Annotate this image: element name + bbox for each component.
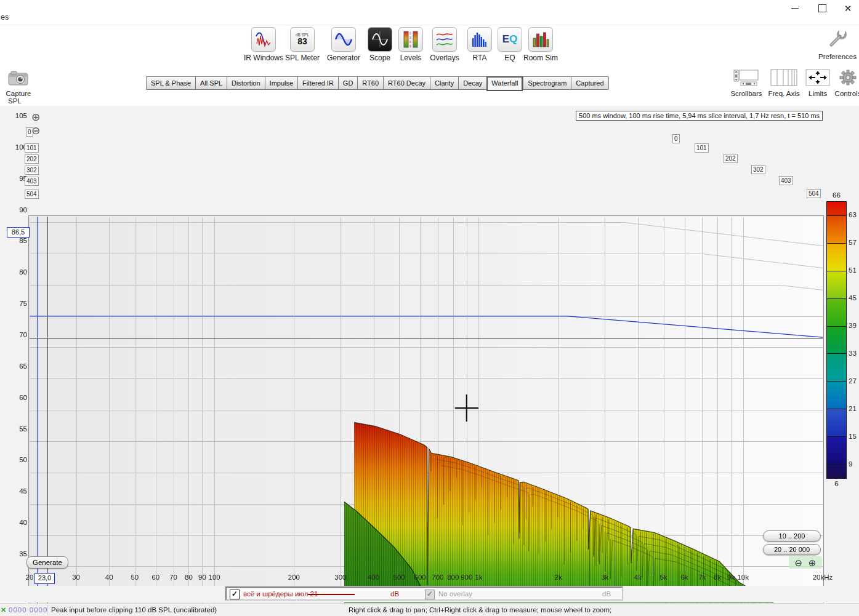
x-axis-tick: 300 bbox=[334, 574, 346, 581]
colorbar-tick: 27 bbox=[849, 377, 857, 385]
x-axis-tick: 5k bbox=[659, 574, 667, 581]
graph-tab-bar: SPL & PhaseAll SPLDistortionImpulseFilte… bbox=[146, 76, 609, 91]
limits-button[interactable]: Limits bbox=[804, 69, 831, 97]
tab-waterfall[interactable]: Waterfall bbox=[486, 76, 523, 91]
x-axis-tick: 900 bbox=[461, 574, 472, 581]
slice-time-label: 302 bbox=[25, 166, 39, 175]
y-axis-tick: 85 bbox=[2, 237, 27, 244]
slice-time-label: 504 bbox=[807, 189, 821, 198]
colorbar-tick: 45 bbox=[849, 294, 857, 302]
minimize-button[interactable] bbox=[784, 0, 805, 16]
capture-button[interactable]: Capture bbox=[1, 70, 36, 97]
x-axis-tick: 90 bbox=[198, 574, 206, 581]
svg-text:0: 0 bbox=[409, 31, 411, 35]
zoom-out-button[interactable]: ⊖ bbox=[31, 126, 40, 136]
freq-range-button-20-20000[interactable]: 20 .. 20 000 bbox=[763, 544, 821, 555]
y-axis-tick: 80 bbox=[2, 268, 27, 276]
rew-application-window: es ✕ IR WindowsdB SPL83SPL MeterGenerato… bbox=[0, 0, 859, 616]
maximize-button[interactable] bbox=[812, 0, 833, 16]
overlay-unit: dB bbox=[602, 590, 611, 598]
svg-text:3: 3 bbox=[409, 36, 411, 39]
status-divider bbox=[47, 605, 47, 615]
tab-filtered-ir[interactable]: Filtered IR bbox=[297, 76, 338, 90]
generate-button[interactable]: Generate bbox=[26, 556, 68, 569]
x-axis-tick: 20kHz bbox=[813, 574, 833, 581]
maximize-icon bbox=[818, 4, 826, 12]
y-axis-tick: 95 bbox=[2, 175, 27, 182]
colorbar-tick: 51 bbox=[849, 266, 857, 274]
colorbar-segment bbox=[827, 437, 846, 465]
x-axis-tick: 3k bbox=[601, 574, 608, 581]
colorbar-tick: 9 bbox=[849, 460, 852, 468]
x-axis-tick: 60 bbox=[151, 574, 159, 581]
plot-zoom-in-button[interactable]: ⊕ bbox=[809, 558, 817, 567]
x-axis-tick: 8k bbox=[714, 574, 721, 581]
toolbar-room-sim-button[interactable]: Room Sim bbox=[517, 27, 564, 62]
y-axis-tick: 105 bbox=[2, 112, 27, 119]
x-axis-tick: 30 bbox=[72, 574, 80, 581]
tab-captured[interactable]: Captured bbox=[571, 76, 608, 90]
colorbar-segment bbox=[827, 354, 846, 382]
tab-all-spl[interactable]: All SPL bbox=[195, 76, 227, 90]
plot-zoom-out-button[interactable]: ⊖ bbox=[795, 558, 803, 567]
colorbar-segment bbox=[827, 409, 846, 437]
minimize-icon bbox=[791, 8, 799, 9]
freq-range-button-10-200[interactable]: 10 .. 200 bbox=[763, 530, 821, 542]
preferences-button[interactable]: Preferences bbox=[816, 28, 859, 60]
measurement-trace-sample bbox=[308, 594, 355, 595]
tab-rt60[interactable]: RT60 bbox=[357, 76, 383, 90]
y-axis-tick: 50 bbox=[2, 456, 27, 463]
x-axis-tick: 2k bbox=[555, 574, 562, 581]
scrollbars-button[interactable]: Scrollbars bbox=[729, 69, 764, 97]
close-button[interactable]: ✕ bbox=[837, 0, 858, 16]
limits-icon bbox=[805, 69, 830, 86]
colorbar-tick: 15 bbox=[849, 433, 857, 440]
tab-rt60-decay[interactable]: RT60 Decay bbox=[383, 76, 430, 90]
tab-gd[interactable]: GD bbox=[338, 76, 358, 90]
toolbar-item-label: Room Sim bbox=[517, 54, 564, 62]
sample-counter: 0000 0000 bbox=[9, 606, 47, 614]
tab-decay[interactable]: Decay bbox=[458, 76, 486, 90]
gear-icon bbox=[839, 69, 857, 86]
tab-spectrogram[interactable]: Spectrogram bbox=[523, 76, 571, 90]
x-axis-tick: 9k bbox=[727, 574, 735, 581]
zoom-in-button[interactable]: ⊕ bbox=[31, 112, 40, 122]
colorbar-segment bbox=[827, 271, 846, 299]
controls-button[interactable]: Controls bbox=[833, 69, 859, 97]
waterfall-plot-canvas[interactable] bbox=[28, 215, 824, 616]
freq-axis-icon bbox=[770, 69, 797, 86]
legend-box: ✓ всё и шрёдеры июл 21 dB ✓ No overlay d… bbox=[225, 586, 623, 601]
spl-meter-icon: dB SPL83 bbox=[290, 27, 315, 52]
status-bar: ✕ 0000 0000 Peak input before clipping 1… bbox=[0, 603, 859, 616]
status-divider bbox=[209, 605, 209, 615]
toolbar-spl-meter-button[interactable]: dB SPL83SPL Meter bbox=[279, 27, 326, 62]
measurement-checkbox[interactable]: ✓ bbox=[230, 590, 240, 599]
tab-distortion[interactable]: Distortion bbox=[227, 76, 264, 90]
y-axis-tick: 60 bbox=[2, 394, 27, 401]
clipped-window-text: es bbox=[1, 13, 9, 22]
wrench-icon bbox=[827, 28, 848, 49]
colorbar-max-label: 66 bbox=[826, 191, 847, 199]
x-axis-tick: 500 bbox=[393, 574, 405, 581]
colorbar-segment bbox=[827, 244, 846, 271]
colorbar-segment bbox=[827, 327, 846, 354]
colorbar-tick: 39 bbox=[849, 322, 857, 329]
tab-impulse[interactable]: Impulse bbox=[265, 76, 298, 90]
levels-icon: 0369 bbox=[398, 27, 423, 52]
x-axis-tick: 7k bbox=[698, 574, 706, 581]
overlay-label: No overlay bbox=[438, 590, 472, 598]
scrollbars-icon bbox=[733, 69, 759, 86]
tab-spl-phase[interactable]: SPL & Phase bbox=[146, 76, 195, 90]
tab-clarity[interactable]: Clarity bbox=[430, 76, 458, 90]
overlay-checkbox[interactable]: ✓ bbox=[425, 590, 435, 599]
svg-text:9: 9 bbox=[409, 44, 411, 48]
freq-axis-button[interactable]: Freq. Axis bbox=[766, 69, 802, 97]
ir-windows-icon bbox=[251, 27, 276, 52]
x-axis-tick: 50 bbox=[131, 574, 139, 581]
toolbar-item-label: SPL Meter bbox=[279, 54, 326, 62]
slice-time-label: 202 bbox=[724, 154, 738, 163]
slice-time-label: 101 bbox=[695, 143, 709, 153]
plot-zoom-panel: ⊖ ⊕ bbox=[789, 556, 822, 569]
colorbar-tick: 33 bbox=[849, 350, 857, 357]
measurement-label[interactable]: всё и шрёдеры июл 21 bbox=[243, 590, 318, 598]
